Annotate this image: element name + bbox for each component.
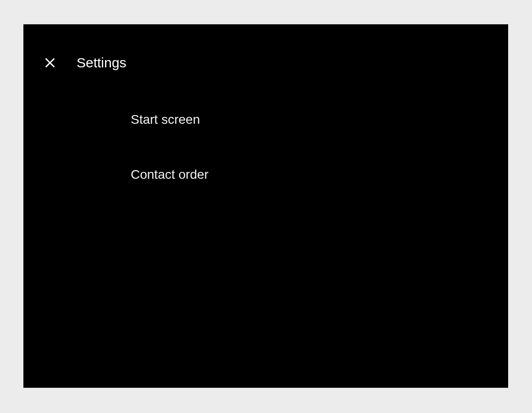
settings-item-start-screen[interactable]: Start screen — [131, 108, 508, 132]
settings-window: Settings Start screen Contact order — [23, 24, 508, 388]
settings-item-label: Start screen — [131, 112, 200, 127]
settings-item-contact-order[interactable]: Contact order — [131, 163, 508, 187]
settings-list: Start screen Contact order — [23, 73, 508, 187]
close-icon — [44, 56, 56, 69]
header: Settings — [23, 24, 508, 73]
settings-item-label: Contact order — [131, 167, 209, 182]
close-button[interactable] — [40, 53, 60, 73]
page-title: Settings — [77, 55, 126, 71]
